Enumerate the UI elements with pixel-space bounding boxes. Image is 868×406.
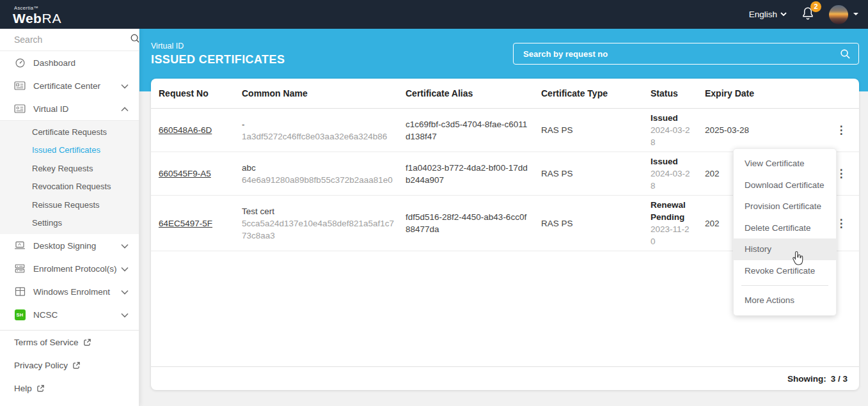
ncsc-badge-text: SH [15, 309, 26, 320]
privacy-policy-link[interactable]: Privacy Policy [0, 354, 139, 377]
language-selector[interactable]: English [749, 10, 787, 19]
sidebar-item-certificate-requests[interactable]: Certificate Requests [0, 123, 139, 141]
brand-logo[interactable]: Ascertia™ WebRA [13, 4, 62, 25]
common-name: Test cert [242, 205, 394, 217]
about-link[interactable]: About [0, 400, 139, 406]
common-name-hash: 5cca5a24d137e10e4a58def821a5af1c773c8aa3 [242, 217, 394, 242]
language-label: English [749, 10, 777, 19]
row-actions-context-menu: View Certificate Download Certificate Pr… [733, 148, 837, 316]
brand-trademark: Ascertia™ [14, 6, 62, 11]
status-date: 2023-11-20 [651, 223, 693, 247]
menu-item-delete-certificate[interactable]: Delete Certificate [734, 217, 836, 239]
server-icon [14, 263, 26, 274]
search-icon[interactable] [840, 49, 851, 59]
sidebar-search-input[interactable] [14, 35, 130, 45]
chevron-down-icon [853, 12, 859, 17]
sidebar-item-ncsc[interactable]: SH NCSC [0, 303, 139, 326]
sidebar: Dashboard Certificate Center Virtual ID … [0, 29, 139, 406]
laptop-signing-icon [14, 240, 26, 251]
chevron-up-icon [121, 104, 129, 114]
column-header-request-no: Request No [159, 88, 242, 100]
menu-item-download-certificate[interactable]: Download Certificate [734, 175, 836, 196]
request-no-link[interactable]: 660548A6-6D [159, 125, 212, 135]
virtual-id-submenu: Certificate Requests Issued Certificates… [0, 120, 139, 234]
common-name-hash: 1a3df5272c46ffc8e03aa32e6a324b86 [242, 130, 394, 143]
external-link-icon [83, 338, 91, 347]
request-search-input[interactable] [523, 49, 840, 59]
showing-label: Showing: [787, 374, 826, 384]
sidebar-item-virtual-id[interactable]: Virtual ID [0, 97, 139, 120]
common-name-hash: 64e6a91280a89b8fb55c372b2aaa81e0 [242, 174, 394, 186]
request-search-box [513, 43, 859, 65]
sidebar-item-label: Enrolment Protocol(s) [33, 264, 121, 274]
chevron-down-icon [121, 241, 129, 251]
sidebar-item-label: Desktop Signing [33, 241, 121, 251]
sidebar-item-issued-certificates[interactable]: Issued Certificates [0, 141, 139, 160]
status-badge: Renewal Pending [651, 199, 693, 223]
sidebar-item-certificate-center[interactable]: Certificate Center [0, 74, 139, 97]
link-label: Privacy Policy [14, 361, 68, 370]
expiry-date: 2025-03-28 [705, 124, 816, 136]
column-header-expiry-date: Expiry Date [705, 88, 816, 100]
sidebar-item-label: NCSC [33, 310, 121, 320]
sidebar-item-revocation-requests[interactable]: Revocation Requests [0, 178, 139, 196]
common-name: abc [242, 162, 394, 174]
user-menu[interactable] [829, 5, 859, 24]
table-row: 660548A6-6D - 1a3df5272c46ffc8e03aa32e6a… [151, 109, 859, 152]
column-header-certificate-type: Certificate Type [541, 88, 651, 100]
sidebar-item-dashboard[interactable]: Dashboard [0, 51, 139, 74]
sidebar-item-rekey-requests[interactable]: Rekey Requests [0, 159, 139, 178]
bell-icon [801, 12, 815, 23]
link-label: Terms of Service [14, 338, 79, 347]
sidebar-item-label: Virtual ID [33, 104, 121, 114]
table-header-row: Request No Common Name Certificate Alias… [151, 79, 859, 109]
external-link-icon [36, 384, 45, 393]
status-date: 2024-03-28 [651, 168, 693, 192]
sidebar-item-label: Reissue Requests [32, 200, 100, 210]
request-no-link[interactable]: 64EC5497-5F [159, 219, 212, 228]
column-header-certificate-alias: Certificate Alias [406, 88, 541, 100]
menu-item-view-certificate[interactable]: View Certificate [734, 153, 836, 175]
certificate-alias: c1c69fbf-c3d5-4704-8fae-c6011d138f47 [406, 118, 541, 143]
chevron-down-icon [121, 287, 129, 297]
status-date: 2024-03-28 [651, 124, 693, 148]
terms-of-service-link[interactable]: Terms of Service [0, 331, 139, 354]
window-grid-icon [14, 286, 26, 297]
sidebar-item-windows-enrolment[interactable]: Windows Enrolment [0, 280, 139, 303]
sidebar-item-label: Certificate Requests [32, 127, 107, 137]
sidebar-item-label: Rekey Requests [32, 164, 93, 173]
link-label: Help [14, 384, 32, 393]
menu-item-history[interactable]: History [734, 238, 836, 260]
menu-item-provision-certificate[interactable]: Provision Certificate [734, 196, 836, 217]
notifications-button[interactable]: 2 [801, 6, 815, 24]
row-actions-kebab-button[interactable]: ⋮ [833, 123, 849, 138]
sidebar-item-label: Settings [32, 218, 62, 228]
sidebar-item-desktop-signing[interactable]: Desktop Signing [0, 234, 139, 257]
chevron-down-icon [121, 264, 129, 274]
request-no-link[interactable]: 660545F9-A5 [159, 169, 211, 178]
search-icon [130, 33, 139, 46]
sidebar-item-settings[interactable]: Settings [0, 214, 139, 233]
id-card-icon [14, 103, 26, 114]
sidebar-item-reissue-requests[interactable]: Reissue Requests [0, 196, 139, 214]
top-navbar: Ascertia™ WebRA English 2 [0, 0, 868, 29]
breadcrumb: Virtual ID [151, 42, 285, 51]
menu-item-revoke-certificate[interactable]: Revoke Certificate [734, 260, 836, 282]
table-footer: Showing: 3 / 3 [151, 366, 859, 390]
sidebar-search [0, 29, 139, 51]
ncsc-sh-icon: SH [14, 309, 26, 320]
brand-web: Web [13, 11, 42, 26]
page-title: ISSUED CERTIFICATES [151, 53, 285, 66]
help-link[interactable]: Help [0, 377, 139, 400]
certificate-alias: f1a04023-b772-4da2-bf00-17ddb244a907 [406, 162, 541, 186]
showing-count: 3 / 3 [831, 374, 848, 384]
status-badge: Issued [651, 112, 693, 124]
status-badge: Issued [651, 155, 693, 168]
column-header-status: Status [651, 88, 705, 100]
column-header-common-name: Common Name [242, 88, 406, 100]
external-link-icon [72, 361, 81, 370]
sidebar-item-enrolment-protocols[interactable]: Enrolment Protocol(s) [0, 257, 139, 280]
menu-item-more-actions[interactable]: More Actions [734, 290, 836, 311]
sidebar-item-label: Revocation Requests [32, 182, 111, 191]
certificate-type: RAS PS [541, 217, 651, 230]
